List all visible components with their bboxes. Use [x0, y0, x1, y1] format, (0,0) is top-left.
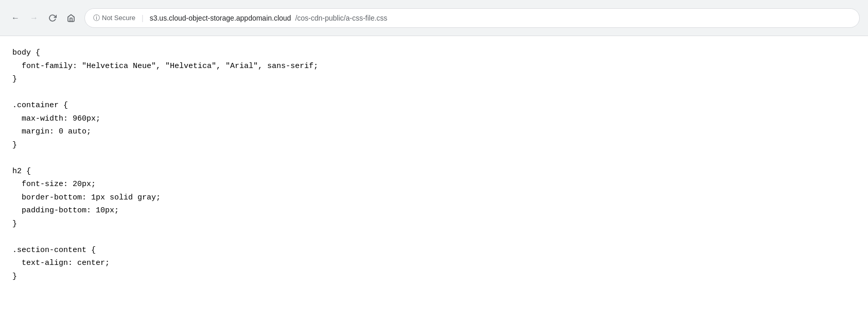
forward-button[interactable]: → — [27, 11, 41, 25]
home-button[interactable] — [64, 11, 78, 25]
browser-chrome: ← → ⓘ Not Secure — [0, 0, 868, 36]
content-area: body { font-family: "Helvetica Neue", "H… — [0, 36, 868, 335]
info-icon: ⓘ — [93, 13, 100, 23]
reload-icon — [48, 14, 57, 22]
url-path: /cos-cdn-public/a-css-file.css — [295, 14, 387, 22]
nav-buttons: ← → — [8, 11, 78, 25]
url-domain: s3.us.cloud-object-storage.appdomain.clo… — [150, 14, 291, 22]
reload-button[interactable] — [45, 11, 60, 25]
security-label: Not Secure — [102, 14, 135, 22]
url-divider: | — [142, 14, 144, 22]
home-icon — [67, 14, 75, 22]
back-button[interactable]: ← — [8, 11, 23, 25]
css-content: body { font-family: "Helvetica Neue", "H… — [12, 46, 856, 283]
browser-toolbar: ← → ⓘ Not Secure — [0, 0, 868, 36]
address-bar[interactable]: ⓘ Not Secure | s3.us.cloud-object-storag… — [84, 8, 860, 28]
security-info: ⓘ Not Secure — [93, 13, 135, 23]
